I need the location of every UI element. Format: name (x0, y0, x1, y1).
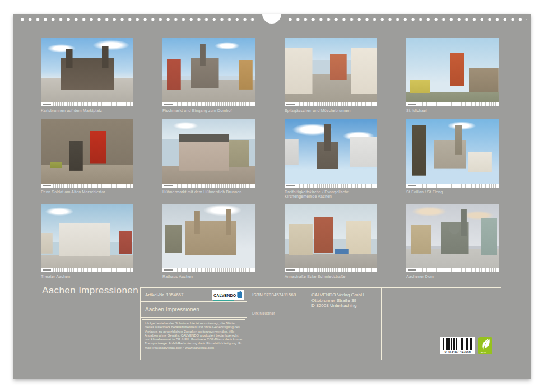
thumbnail-penn-soldat: Penn Soldat am Alten Marschiertor (41, 119, 133, 194)
publisher-line: D-82008 Unterhaching (311, 303, 364, 309)
photo-dreifaltigkeitskirche (285, 119, 377, 184)
thumbnail-fischmarkt: Fischmarkt und Eingang zum Domhof (162, 38, 255, 113)
ean-barcode: 9 783457 411568 (440, 337, 475, 354)
thumbnail-caption: Aachener Dom (406, 274, 499, 279)
info-column-publisher: ISBN 9783457411568 CALVENDO Verlag GmbH … (247, 288, 382, 360)
mini-calendar-strip (406, 102, 499, 106)
binding-holes-right (287, 17, 527, 22)
mini-calendar-strip (162, 268, 255, 272)
thumbnail-caption: Rathaus Aachen (162, 274, 255, 279)
thumbnail-aachener-dom: Aachener Dom (406, 204, 499, 279)
mini-calendar-strip (285, 102, 377, 106)
publisher-address: CALVENDO Verlag GmbH Ottobrunner Straße … (311, 292, 364, 309)
thumbnail-caption: St. Michael (406, 109, 499, 113)
barcode-digits: 9 783457 411568 (443, 350, 472, 354)
leaf-icon (480, 338, 491, 351)
isbn-text: ISBN 9783457411568 (252, 292, 296, 297)
info-table: Artikel-Nr. 1954667 CALVENDO Aachen Impr… (140, 287, 501, 360)
binding-holes-left (19, 17, 257, 22)
thumbnail-spitzgaesschen: Spitzgässchen und Möschebrunnen (285, 38, 377, 113)
photo-penn-soldat (41, 119, 133, 184)
mini-calendar-strip (285, 184, 377, 188)
publisher-line: Ottobrunner Straße 39 (311, 298, 364, 304)
thumbnail-st-michael: St. Michael (406, 38, 499, 113)
publisher-line: CALVENDO Verlag GmbH (311, 292, 364, 298)
info-column-barcode: 9 783457 411568 eco (382, 288, 501, 360)
mini-calendar-strip (406, 268, 499, 272)
thumbnail-caption: Penn Soldat am Alten Marschiertor (41, 190, 133, 194)
calvendo-logo-chip-icon (237, 291, 242, 298)
thumbnail-caption: Spitzgässchen und Möschebrunnen (285, 109, 377, 113)
photo-aachener-dom (406, 204, 499, 268)
thumbnail-dreifaltigkeitskirche: Dreifaltigkeitskirche / Evangelische Kir… (285, 119, 377, 199)
calendar-back-page: Karlsbrunnen auf dem Marktplatz Fischmar… (13, 14, 531, 379)
author-name: Dirk Meutzner (252, 311, 275, 315)
thumbnail-huehnermarkt: Hühnermarkt mit dem Hühnerdieb Brunnen (162, 119, 255, 194)
photo-rathaus (162, 204, 255, 268)
calvendo-logo-underline (213, 300, 234, 301)
thumbnail-st-foillan: St.Foillan / St.Fleng (406, 119, 499, 194)
mini-calendar-strip (41, 102, 133, 106)
photo-theater (41, 204, 133, 268)
artikel-row: Artikel-Nr. 1954667 CALVENDO (141, 288, 247, 302)
mini-calendar-strip (162, 184, 255, 188)
calvendo-logo: CALVENDO (212, 290, 244, 300)
thumbnail-caption: Karlsbrunnen auf dem Marktplatz (41, 109, 133, 113)
info-column-product: Artikel-Nr. 1954667 CALVENDO Aachen Impr… (141, 288, 247, 360)
artikel-number: Artikel-Nr. 1954667 (145, 292, 212, 297)
thumbnail-theater: Theater Aachen (41, 204, 133, 279)
thumbnail-annastrasse: Annastraße Ecke Schmiedstraße (285, 204, 377, 279)
thumbnail-caption: Hühnermarkt mit dem Hühnerdieb Brunnen (162, 190, 255, 194)
thumbnail-karlsbrunnen: Karlsbrunnen auf dem Marktplatz (41, 38, 133, 113)
calvendo-logo-text: CALVENDO (213, 293, 236, 297)
barcode-bars-icon (443, 338, 472, 350)
legal-box: Infolge bestehender Schutzrechte ist es … (142, 319, 245, 358)
thumbnail-caption: Fischmarkt und Eingang zum Domhof (162, 109, 255, 113)
photo-huehnermarkt (162, 119, 255, 184)
calendar-title-row: Aachen Impressionen (141, 302, 247, 318)
photo-karlsbrunnen (41, 38, 133, 102)
thumbnail-rathaus: Rathaus Aachen (162, 204, 255, 279)
mini-calendar-strip (162, 102, 255, 106)
thumbnail-caption: Theater Aachen (41, 274, 133, 279)
mini-calendar-strip (406, 184, 499, 188)
thumbnail-caption: Dreifaltigkeitskirche / Evangelische Kir… (285, 190, 377, 199)
photo-spitzgaesschen (285, 38, 377, 102)
photo-annastrasse (285, 204, 377, 268)
mini-calendar-strip (41, 268, 133, 272)
photo-st-foillan (406, 119, 499, 184)
legal-text: Infolge bestehender Schutzrechte ist es … (145, 321, 243, 350)
mini-calendar-strip (41, 184, 133, 188)
eco-badge: eco (478, 337, 492, 354)
thumbnail-caption: St.Foillan / St.Fleng (406, 190, 499, 194)
thumbnail-caption: Annastraße Ecke Schmiedstraße (285, 274, 377, 279)
page-title: Aachen Impressionen (42, 285, 138, 296)
photo-fischmarkt (162, 38, 255, 102)
mini-calendar-strip (285, 268, 377, 272)
hanger-notch (262, 14, 281, 24)
eco-label: eco (481, 351, 486, 354)
photo-st-michael (406, 38, 499, 102)
